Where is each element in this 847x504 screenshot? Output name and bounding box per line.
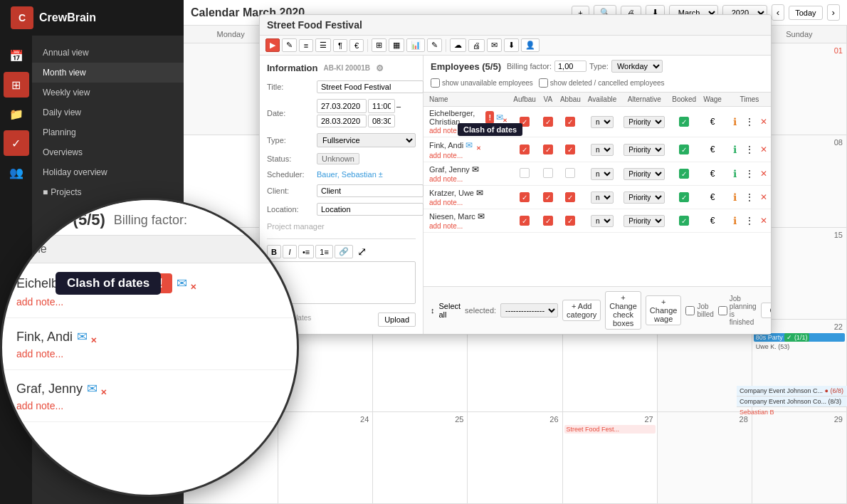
form-time-to[interactable] xyxy=(368,115,395,127)
change-wage-btn[interactable]: + Change wage xyxy=(646,295,682,325)
sidebar-item-weekly[interactable]: Weekly view xyxy=(32,83,184,103)
emp-abbau[interactable]: ✓ xyxy=(557,209,584,233)
type-select[interactable]: Workday xyxy=(611,60,663,73)
toolbar-download[interactable]: ⬇ xyxy=(504,38,519,52)
more-icon[interactable]: ⋮ xyxy=(743,115,756,128)
text-ol[interactable]: 1≡ xyxy=(315,245,333,258)
selected-dropdown[interactable]: --------------- xyxy=(500,303,558,317)
toolbar-list1[interactable]: ≡ xyxy=(299,39,313,52)
info-icon-green[interactable]: ℹ xyxy=(729,143,742,156)
aufbau-check[interactable]: ✓ xyxy=(520,145,530,154)
va-check[interactable] xyxy=(543,168,553,178)
mag-add-note[interactable]: add note... xyxy=(16,348,63,359)
toolbar-red-btn[interactable]: ▶ xyxy=(265,38,280,52)
priority-select[interactable]: Priority xyxy=(624,116,665,128)
priority-select[interactable]: Priority xyxy=(624,215,665,227)
toolbar-user[interactable]: 👤 xyxy=(521,38,540,52)
emp-va[interactable]: ✓ xyxy=(540,107,557,137)
form-client-input[interactable] xyxy=(317,184,424,197)
sort-icon[interactable]: ↕ xyxy=(431,306,435,315)
booked-check[interactable]: ✓ xyxy=(679,216,689,226)
job-planning-cb[interactable] xyxy=(718,306,727,315)
show-unavailable-cb[interactable] xyxy=(431,78,440,88)
sidebar-item-annual[interactable]: Annual view xyxy=(32,43,184,63)
euro-icon[interactable]: € xyxy=(706,214,719,227)
toolbar-print[interactable]: 🖨 xyxy=(468,39,485,52)
show-deleted-label[interactable]: show deleted / cancelled employees xyxy=(539,78,665,88)
add-note[interactable]: add note... xyxy=(429,175,463,183)
sidebar-item-daily[interactable]: Daily view xyxy=(32,103,184,122)
cancel-btn[interactable]: Cancel xyxy=(761,303,771,318)
toolbar-edit2[interactable]: ✎ xyxy=(427,38,442,52)
add-category-btn[interactable]: + Add category xyxy=(562,300,601,321)
toolbar-chart[interactable]: 📊 xyxy=(406,38,425,52)
remove-icon[interactable]: ✕ xyxy=(757,214,770,227)
form-time-from[interactable] xyxy=(368,99,395,113)
euro-icon[interactable]: € xyxy=(706,143,719,156)
booked-check[interactable]: ✓ xyxy=(679,145,689,154)
emp-aufbau[interactable]: ✓ xyxy=(510,209,540,233)
ns-select[interactable]: ns xyxy=(591,168,614,180)
va-check[interactable]: ✓ xyxy=(543,145,553,154)
more-icon[interactable]: ⋮ xyxy=(743,143,756,156)
emp-abbau[interactable]: ✓ xyxy=(557,107,584,137)
abbau-check[interactable]: ✓ xyxy=(565,145,575,154)
sidebar-icon-users[interactable]: 👥 xyxy=(4,159,29,185)
add-note[interactable]: add note... xyxy=(429,199,463,206)
info-settings-icon[interactable]: ⚙ xyxy=(376,63,384,73)
job-billed-label[interactable]: Job billed xyxy=(685,303,713,318)
text-link[interactable]: 🔗 xyxy=(335,245,353,258)
text-bold[interactable]: B xyxy=(267,245,281,258)
toolbar-grid2[interactable]: ▦ xyxy=(389,38,404,52)
emp-abbau[interactable]: ✓ xyxy=(557,137,584,162)
aufbau-check[interactable] xyxy=(520,168,530,178)
euro-icon[interactable]: € xyxy=(706,191,719,204)
booked-check[interactable]: ✓ xyxy=(679,169,689,179)
abbau-check[interactable]: ✓ xyxy=(565,192,575,202)
va-check[interactable]: ✓ xyxy=(543,192,553,202)
toolbar-grid1[interactable]: ⊞ xyxy=(372,38,386,52)
text-expand[interactable]: ⤢ xyxy=(357,245,367,258)
va-check[interactable]: ✓ xyxy=(543,216,553,226)
job-billed-cb[interactable] xyxy=(685,306,695,315)
priority-select[interactable]: Priority xyxy=(624,191,665,204)
more-icon[interactable]: ⋮ xyxy=(743,167,756,180)
form-title-input[interactable] xyxy=(317,80,424,93)
emp-abbau[interactable]: ✓ xyxy=(557,186,584,209)
euro-icon[interactable]: € xyxy=(706,115,719,128)
ns-select[interactable]: ns xyxy=(591,144,614,156)
remove-icon[interactable]: ✕ xyxy=(757,167,770,180)
more-icon[interactable]: ⋮ xyxy=(743,191,756,204)
emp-va[interactable]: ✓ xyxy=(540,137,557,162)
text-ul[interactable]: •≡ xyxy=(298,245,314,258)
show-deleted-cb[interactable] xyxy=(539,78,548,88)
sidebar-item-month[interactable]: Month view xyxy=(32,63,184,83)
show-unavailable-label[interactable]: show unavailable employees xyxy=(431,78,533,88)
emp-booked[interactable]: ✓ xyxy=(668,107,700,137)
aufbau-check[interactable]: ✓ xyxy=(520,192,530,202)
sidebar-item-overviews[interactable]: Overviews xyxy=(32,142,184,162)
mag-add-note[interactable]: add note... xyxy=(16,400,63,411)
toolbar-mail[interactable]: ✉ xyxy=(487,38,502,52)
booked-check[interactable]: ✓ xyxy=(679,192,689,202)
info-icon-green[interactable]: ℹ xyxy=(729,167,742,180)
remove-icon[interactable]: ✕ xyxy=(757,191,770,204)
ns-select[interactable]: ns xyxy=(591,116,614,128)
add-note[interactable]: add note... xyxy=(429,222,463,230)
emp-booked[interactable]: ✓ xyxy=(668,209,700,233)
ns-select[interactable]: ns xyxy=(591,191,614,204)
emp-va[interactable]: ✓ xyxy=(540,186,557,209)
sidebar-icon-check[interactable]: ✓ xyxy=(4,130,29,156)
form-date-from[interactable] xyxy=(317,99,367,113)
va-check[interactable]: ✓ xyxy=(543,117,553,127)
info-icon-orange[interactable]: ℹ xyxy=(729,191,742,204)
booked-check[interactable]: ✓ xyxy=(679,117,689,127)
emp-booked[interactable]: ✓ xyxy=(668,186,700,209)
form-location-input[interactable] xyxy=(317,203,424,216)
billing-input[interactable] xyxy=(554,61,586,72)
select-all[interactable]: Select all xyxy=(439,302,461,319)
mag-add-note[interactable]: add note... xyxy=(16,296,63,308)
abbau-check[interactable]: ✓ xyxy=(565,216,575,226)
emp-aufbau[interactable]: ✓ xyxy=(510,137,540,162)
emp-va[interactable] xyxy=(540,162,557,186)
